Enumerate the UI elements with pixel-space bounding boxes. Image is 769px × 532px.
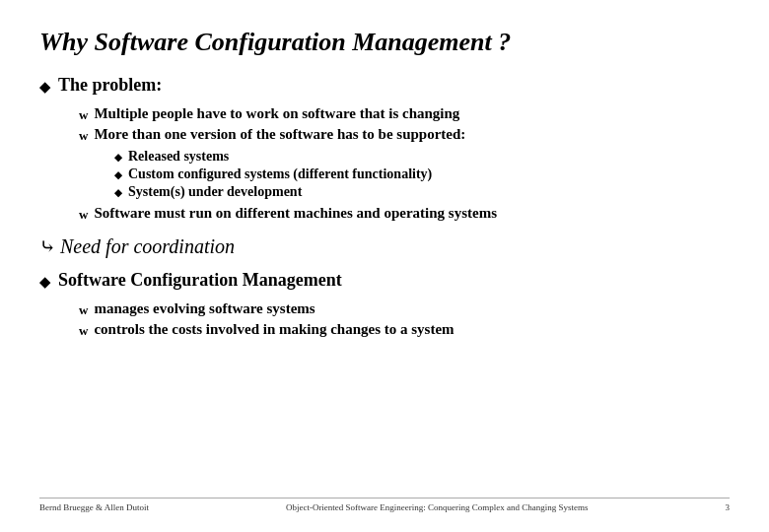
main-bullet-1: ◆ The problem: xyxy=(39,75,730,96)
sub-item-3: w Software must run on different machine… xyxy=(79,205,730,223)
sub-sub-item-2-text: Custom configured systems (different fun… xyxy=(128,166,432,182)
sub-sub-item-1: ◆ Released systems xyxy=(114,149,730,165)
slide: Why Software Configuration Management ? … xyxy=(0,0,769,532)
sub-item-3-text: Software must run on different machines … xyxy=(94,205,497,222)
sub-item-2-text: More than one version of the software ha… xyxy=(94,126,465,143)
main-bullet-2: ◆ Software Configuration Management xyxy=(39,270,730,291)
w-bullet-5: w xyxy=(79,323,88,339)
main-bullet-1-label: The problem: xyxy=(58,75,162,96)
sub-item-1-text: Multiple people have to work on software… xyxy=(94,105,459,122)
slide-title: Why Software Configuration Management ? xyxy=(39,28,730,57)
sm-diamond-2: ◆ xyxy=(114,169,122,180)
diamond-icon-2: ◆ xyxy=(39,274,50,291)
w-bullet-3: w xyxy=(79,207,88,223)
footer-center: Object-Oriented Software Engineering: Co… xyxy=(286,502,589,512)
sm-diamond-1: ◆ xyxy=(114,152,122,163)
need-coordination-text: Need for coordination xyxy=(60,235,235,258)
sub-item-5: w controls the costs involved in making … xyxy=(79,321,730,339)
main-bullet-2-label: Software Configuration Management xyxy=(58,270,342,291)
sub-sub-item-3-text: System(s) under development xyxy=(128,184,302,200)
sub-list-2: w manages evolving software systems w co… xyxy=(79,300,730,339)
sub-sub-item-3: ◆ System(s) under development xyxy=(114,184,730,200)
need-coordination: ⤷ Need for coordination xyxy=(39,234,730,258)
sub-item-4-text: manages evolving software systems xyxy=(94,300,315,317)
arrow-icon: ⤷ xyxy=(39,234,56,258)
slide-footer: Bernd Bruegge & Allen Dutoit Object-Orie… xyxy=(39,498,730,512)
footer-left: Bernd Bruegge & Allen Dutoit xyxy=(39,502,149,512)
w-bullet-1: w xyxy=(79,107,88,123)
sub-sub-list: ◆ Released systems ◆ Custom configured s… xyxy=(114,149,730,200)
sub-item-4: w manages evolving software systems xyxy=(79,300,730,318)
sub-sub-item-2: ◆ Custom configured systems (different f… xyxy=(114,166,730,182)
sub-item-5-text: controls the costs involved in making ch… xyxy=(94,321,454,338)
sub-list-1: w Multiple people have to work on softwa… xyxy=(79,105,730,223)
w-bullet-4: w xyxy=(79,302,88,318)
sub-item-2: w More than one version of the software … xyxy=(79,126,730,144)
sm-diamond-3: ◆ xyxy=(114,187,122,198)
sub-sub-item-1-text: Released systems xyxy=(128,149,229,165)
w-bullet-2: w xyxy=(79,128,88,144)
diamond-icon-1: ◆ xyxy=(39,79,50,96)
sub-item-1: w Multiple people have to work on softwa… xyxy=(79,105,730,123)
footer-right: 3 xyxy=(726,502,731,512)
slide-content: ◆ The problem: w Multiple people have to… xyxy=(39,75,730,498)
